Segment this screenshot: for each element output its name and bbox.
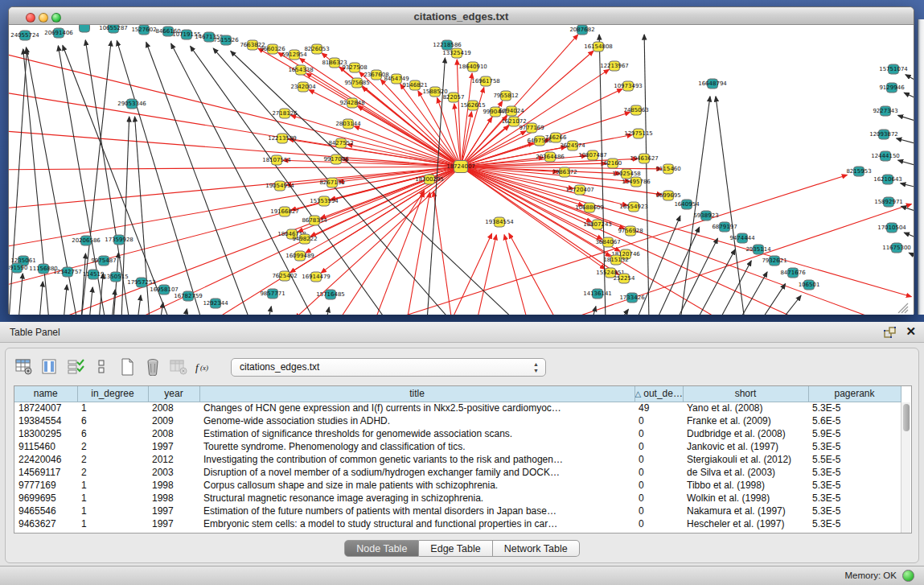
network-node[interactable]: 19054934 xyxy=(265,181,294,191)
toggle-rows-button[interactable] xyxy=(89,356,113,378)
table-row[interactable]: 1456911722003Disruption of a novel membe… xyxy=(14,466,901,479)
network-node[interactable]: 10655287 xyxy=(99,25,128,33)
network-node[interactable]: 7485063 xyxy=(623,105,648,115)
network-node[interactable]: 12444150 xyxy=(871,151,900,161)
table-select-dropdown[interactable]: citations_edges.txt ▲▼ xyxy=(231,358,546,377)
network-node[interactable]: 1292344 xyxy=(203,299,228,308)
network-node[interactable]: 3624574 xyxy=(560,141,585,150)
network-node[interactable]: 18807243 xyxy=(583,220,612,229)
network-node[interactable]: 1562615 xyxy=(460,101,485,110)
network-node[interactable]: 16099489 xyxy=(285,251,314,261)
network-node[interactable]: 106501 xyxy=(799,280,820,290)
network-node[interactable]: 19384554 xyxy=(485,217,514,227)
network-node[interactable]: 9474444 xyxy=(729,233,755,243)
network-node[interactable]: 9699695 xyxy=(655,191,680,200)
network-node[interactable]: 2718126 xyxy=(272,109,298,118)
column-header-year[interactable]: year xyxy=(148,386,199,402)
network-node[interactable]: 15716485 xyxy=(316,290,345,299)
network-node[interactable]: 9777169 xyxy=(519,123,544,133)
close-panel-icon[interactable]: ✕ xyxy=(906,324,916,339)
network-node[interactable]: 5938923 xyxy=(693,211,718,220)
network-canvas[interactable]: 2405572420691406106552871527602846616010… xyxy=(9,25,914,315)
delete-button[interactable] xyxy=(141,356,165,378)
network-node[interactable]: 8678334 xyxy=(302,216,327,225)
network-node[interactable]: 1654338 xyxy=(288,65,313,75)
network-node[interactable]: 17010504 xyxy=(877,223,906,233)
column-header-in_degree[interactable]: in_degree xyxy=(77,386,148,402)
table-row[interactable]: 911546021997Tourette syndrome. Phenomeno… xyxy=(14,440,901,453)
network-node[interactable]: 7955812 xyxy=(493,91,518,101)
network-node[interactable]: 13325419 xyxy=(442,48,471,58)
network-node[interactable]: 16648794 xyxy=(698,79,727,89)
network-node[interactable]: 1640954 xyxy=(674,200,700,209)
column-header-pagerank[interactable]: pagerank xyxy=(808,386,901,402)
network-node[interactable]: 8471676 xyxy=(780,268,806,278)
network-node[interactable]: 3684067 xyxy=(595,237,620,247)
network-node[interactable]: 16154808 xyxy=(584,42,613,51)
network-node[interactable]: 29053346 xyxy=(117,99,146,109)
network-node[interactable]: 1350515 xyxy=(103,272,128,282)
network-node[interactable]: 16961758 xyxy=(471,76,500,86)
network-node[interactable]: 19463627 xyxy=(630,154,659,163)
show-columns-button[interactable] xyxy=(38,356,62,378)
network-node[interactable]: 11675300 xyxy=(882,243,911,253)
network-node[interactable]: 7625402 xyxy=(272,271,297,281)
network-node[interactable]: 9498222 xyxy=(292,234,317,244)
network-node[interactable]: 9575685 xyxy=(344,78,369,88)
network-node[interactable]: 10973493 xyxy=(614,81,643,91)
network-node[interactable]: 391590 xyxy=(9,263,27,273)
network-node[interactable]: 18107554 xyxy=(262,155,291,165)
resize-grip-icon[interactable] xyxy=(905,310,908,313)
table-row[interactable]: 946554611997Estimation of the future num… xyxy=(14,505,901,517)
table-settings-button[interactable] xyxy=(12,356,36,378)
tab-network-table[interactable]: Network Table xyxy=(493,540,580,557)
network-node[interactable]: 7932621 xyxy=(762,256,786,266)
scrollbar-thumb[interactable] xyxy=(903,404,910,431)
network-node[interactable]: 24055724 xyxy=(10,31,39,40)
network-node[interactable]: 14136141 xyxy=(583,289,612,299)
network-node[interactable]: 16554923 xyxy=(619,202,648,212)
network-node[interactable]: 9227343 xyxy=(873,106,897,116)
function-builder-button[interactable]: f(x) xyxy=(192,356,216,378)
network-node[interactable]: 2342004 xyxy=(290,82,316,92)
new-document-button[interactable] xyxy=(115,356,139,378)
vertical-scrollbar[interactable] xyxy=(901,402,910,533)
network-node[interactable]: 822057 xyxy=(443,93,465,102)
network-node[interactable]: 12093872 xyxy=(869,130,898,139)
network-window-titlebar[interactable]: citations_edges.txt xyxy=(9,7,914,25)
network-node[interactable]: 8267130 xyxy=(319,178,344,187)
table-row[interactable]: 969969511998Structural magnetic resonanc… xyxy=(14,492,901,505)
network-node[interactable] xyxy=(80,25,90,32)
network-node[interactable]: 5912954 xyxy=(281,50,307,60)
network-node[interactable]: 17359928 xyxy=(105,235,133,245)
column-header-title[interactable]: title xyxy=(199,386,634,402)
tab-edge-table[interactable]: Edge Table xyxy=(419,540,492,557)
network-node[interactable]: 9975487 xyxy=(91,256,116,266)
select-rows-button[interactable] xyxy=(64,356,88,378)
table-row[interactable]: 1830029562008Estimation of significance … xyxy=(14,427,901,440)
import-table-button[interactable] xyxy=(166,356,191,378)
network-node[interactable]: 18640910 xyxy=(458,62,487,72)
table-row[interactable]: 1938455462009Genome-wide association stu… xyxy=(14,414,901,427)
network-node[interactable]: 16914479 xyxy=(302,272,331,282)
network-node[interactable]: 9129946 xyxy=(879,83,905,93)
network-node[interactable]: 20691406 xyxy=(44,28,73,38)
float-panel-icon[interactable] xyxy=(884,326,897,339)
network-node[interactable]: 15892971 xyxy=(874,197,903,207)
resize-grip-icon[interactable] xyxy=(901,307,908,313)
network-node[interactable]: 9756928 xyxy=(618,226,643,236)
network-node[interactable]: 2087682 xyxy=(569,25,594,35)
network-node[interactable]: 62160 xyxy=(604,159,622,168)
column-header-name[interactable]: name xyxy=(14,386,77,402)
network-node[interactable]: 8226053 xyxy=(304,44,329,54)
column-header-short[interactable]: short xyxy=(683,386,808,402)
network-node[interactable]: 12975115 xyxy=(624,129,653,138)
network-node[interactable]: 20364486 xyxy=(536,152,565,162)
network-node[interactable]: 15751074 xyxy=(879,64,908,74)
network-node[interactable]: 9115460 xyxy=(655,164,680,174)
network-node[interactable]: 12213589 xyxy=(268,134,297,143)
tab-node-table[interactable]: Node Table xyxy=(344,540,419,557)
column-header-out_de[interactable]: △out_de… xyxy=(634,386,683,402)
network-node[interactable]: 12342757 xyxy=(53,267,82,277)
table-row[interactable]: 977716911998Corpus callosum shape and si… xyxy=(14,479,901,492)
